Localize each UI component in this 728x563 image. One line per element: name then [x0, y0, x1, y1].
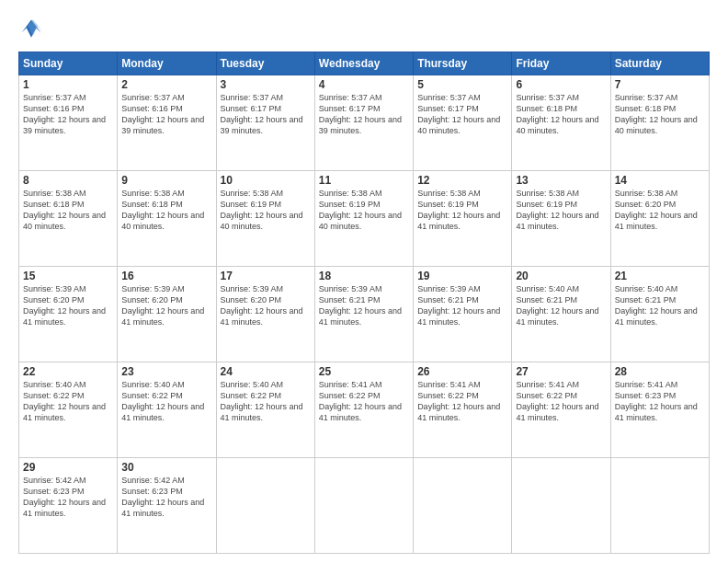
sunrise-label: Sunrise: 5:40 AM: [615, 284, 678, 293]
sunrise-label: Sunrise: 5:40 AM: [23, 380, 86, 389]
day-cell: 18 Sunrise: 5:39 AM Sunset: 6:21 PM Dayl…: [314, 267, 413, 362]
daylight-label: Daylight: 12 hours and 41 minutes.: [121, 498, 204, 518]
sunrise-label: Sunrise: 5:37 AM: [221, 93, 284, 102]
sunrise-label: Sunrise: 5:41 AM: [319, 380, 382, 389]
sunrise-label: Sunrise: 5:38 AM: [516, 189, 579, 198]
day-cell: 4 Sunrise: 5:37 AM Sunset: 6:17 PM Dayli…: [314, 75, 413, 171]
day-info: Sunrise: 5:41 AM Sunset: 6:22 PM Dayligh…: [417, 379, 507, 424]
day-number: 10: [221, 174, 311, 187]
day-number: 17: [221, 270, 311, 282]
daylight-label: Daylight: 12 hours and 41 minutes.: [23, 402, 106, 422]
sunrise-label: Sunrise: 5:37 AM: [417, 93, 481, 102]
day-number: 14: [615, 174, 705, 187]
weekday-header-monday: Monday: [118, 52, 216, 75]
sunrise-label: Sunrise: 5:37 AM: [23, 93, 86, 102]
sunset-label: Sunset: 6:16 PM: [121, 104, 183, 113]
day-number: 12: [417, 174, 507, 187]
sunset-label: Sunset: 6:22 PM: [121, 391, 183, 400]
sunset-label: Sunset: 6:23 PM: [615, 391, 677, 400]
day-info: Sunrise: 5:37 AM Sunset: 6:16 PM Dayligh…: [121, 92, 211, 137]
sunrise-label: Sunrise: 5:38 AM: [319, 189, 382, 198]
daylight-label: Daylight: 12 hours and 41 minutes.: [417, 306, 500, 327]
sunset-label: Sunset: 6:18 PM: [23, 200, 85, 209]
empty-cell: [512, 458, 610, 554]
daylight-label: Daylight: 12 hours and 41 minutes.: [319, 402, 402, 422]
day-cell: 15 Sunrise: 5:39 AM Sunset: 6:20 PM Dayl…: [19, 267, 118, 362]
day-cell: 9 Sunrise: 5:38 AM Sunset: 6:18 PM Dayli…: [118, 171, 216, 267]
day-number: 16: [121, 270, 211, 282]
daylight-label: Daylight: 12 hours and 39 minutes.: [121, 115, 204, 135]
day-info: Sunrise: 5:39 AM Sunset: 6:21 PM Dayligh…: [417, 283, 507, 328]
sunrise-label: Sunrise: 5:37 AM: [516, 93, 579, 102]
day-cell: 13 Sunrise: 5:38 AM Sunset: 6:19 PM Dayl…: [512, 171, 610, 267]
sunrise-label: Sunrise: 5:38 AM: [23, 189, 86, 198]
day-info: Sunrise: 5:40 AM Sunset: 6:22 PM Dayligh…: [221, 379, 311, 424]
day-info: Sunrise: 5:40 AM Sunset: 6:21 PM Dayligh…: [516, 283, 606, 328]
daylight-label: Daylight: 12 hours and 41 minutes.: [121, 306, 204, 327]
day-number: 15: [23, 270, 113, 282]
day-number: 30: [121, 461, 211, 474]
sunrise-label: Sunrise: 5:40 AM: [221, 380, 284, 389]
day-cell: 17 Sunrise: 5:39 AM Sunset: 6:20 PM Dayl…: [216, 267, 314, 362]
weekday-header-saturday: Saturday: [610, 52, 709, 75]
sunrise-label: Sunrise: 5:39 AM: [221, 284, 284, 293]
empty-cell: [314, 458, 413, 554]
daylight-label: Daylight: 12 hours and 41 minutes.: [417, 211, 500, 231]
calendar: SundayMondayTuesdayWednesdayThursdayFrid…: [18, 52, 710, 554]
day-number: 8: [23, 174, 113, 187]
day-cell: 12 Sunrise: 5:38 AM Sunset: 6:19 PM Dayl…: [414, 171, 512, 267]
day-number: 5: [417, 78, 507, 91]
day-cell: 29 Sunrise: 5:42 AM Sunset: 6:23 PM Dayl…: [19, 458, 118, 554]
day-number: 27: [516, 365, 606, 378]
sunrise-label: Sunrise: 5:37 AM: [121, 93, 185, 102]
sunset-label: Sunset: 6:20 PM: [23, 295, 85, 304]
sunset-label: Sunset: 6:17 PM: [319, 104, 381, 113]
day-info: Sunrise: 5:41 AM Sunset: 6:22 PM Dayligh…: [516, 379, 606, 424]
weekday-header-wednesday: Wednesday: [314, 52, 413, 75]
day-cell: 26 Sunrise: 5:41 AM Sunset: 6:22 PM Dayl…: [414, 362, 512, 458]
empty-cell: [414, 458, 512, 554]
day-number: 9: [121, 174, 211, 187]
sunrise-label: Sunrise: 5:38 AM: [615, 189, 678, 198]
day-info: Sunrise: 5:38 AM Sunset: 6:20 PM Dayligh…: [615, 188, 705, 233]
day-info: Sunrise: 5:42 AM Sunset: 6:23 PM Dayligh…: [121, 475, 211, 520]
day-info: Sunrise: 5:37 AM Sunset: 6:17 PM Dayligh…: [221, 92, 311, 137]
sunrise-label: Sunrise: 5:40 AM: [121, 380, 185, 389]
daylight-label: Daylight: 12 hours and 39 minutes.: [319, 115, 402, 135]
day-number: 29: [23, 461, 113, 474]
page: SundayMondayTuesdayWednesdayThursdayFrid…: [0, 0, 728, 563]
daylight-label: Daylight: 12 hours and 40 minutes.: [121, 211, 204, 231]
day-info: Sunrise: 5:37 AM Sunset: 6:18 PM Dayligh…: [615, 92, 705, 137]
sunset-label: Sunset: 6:16 PM: [23, 104, 85, 113]
day-info: Sunrise: 5:41 AM Sunset: 6:23 PM Dayligh…: [615, 379, 705, 424]
logo: [18, 17, 48, 42]
sunset-label: Sunset: 6:21 PM: [319, 295, 381, 304]
day-number: 19: [417, 270, 507, 282]
calendar-body: 1 Sunrise: 5:37 AM Sunset: 6:16 PM Dayli…: [19, 75, 710, 554]
day-cell: 3 Sunrise: 5:37 AM Sunset: 6:17 PM Dayli…: [216, 75, 314, 171]
day-number: 22: [23, 365, 113, 378]
sunrise-label: Sunrise: 5:39 AM: [121, 284, 185, 293]
day-info: Sunrise: 5:41 AM Sunset: 6:22 PM Dayligh…: [319, 379, 409, 424]
day-number: 11: [319, 174, 409, 187]
day-cell: 5 Sunrise: 5:37 AM Sunset: 6:17 PM Dayli…: [414, 75, 512, 171]
day-number: 6: [516, 78, 606, 91]
day-cell: 14 Sunrise: 5:38 AM Sunset: 6:20 PM Dayl…: [610, 171, 709, 267]
sunset-label: Sunset: 6:22 PM: [23, 391, 85, 400]
weekday-header-thursday: Thursday: [414, 52, 512, 75]
sunset-label: Sunset: 6:22 PM: [221, 391, 282, 400]
daylight-label: Daylight: 12 hours and 40 minutes.: [319, 211, 402, 231]
daylight-label: Daylight: 12 hours and 39 minutes.: [221, 115, 303, 135]
empty-cell: [610, 458, 709, 554]
day-number: 18: [319, 270, 409, 282]
day-info: Sunrise: 5:38 AM Sunset: 6:18 PM Dayligh…: [121, 188, 211, 233]
day-cell: 28 Sunrise: 5:41 AM Sunset: 6:23 PM Dayl…: [610, 362, 709, 458]
sunrise-label: Sunrise: 5:42 AM: [121, 476, 185, 485]
day-cell: 21 Sunrise: 5:40 AM Sunset: 6:21 PM Dayl…: [610, 267, 709, 362]
sunset-label: Sunset: 6:19 PM: [319, 200, 381, 209]
day-cell: 1 Sunrise: 5:37 AM Sunset: 6:16 PM Dayli…: [19, 75, 118, 171]
daylight-label: Daylight: 12 hours and 40 minutes.: [23, 211, 106, 231]
calendar-week-row: 1 Sunrise: 5:37 AM Sunset: 6:16 PM Dayli…: [19, 75, 710, 171]
sunset-label: Sunset: 6:19 PM: [417, 200, 479, 209]
sunset-label: Sunset: 6:18 PM: [516, 104, 577, 113]
